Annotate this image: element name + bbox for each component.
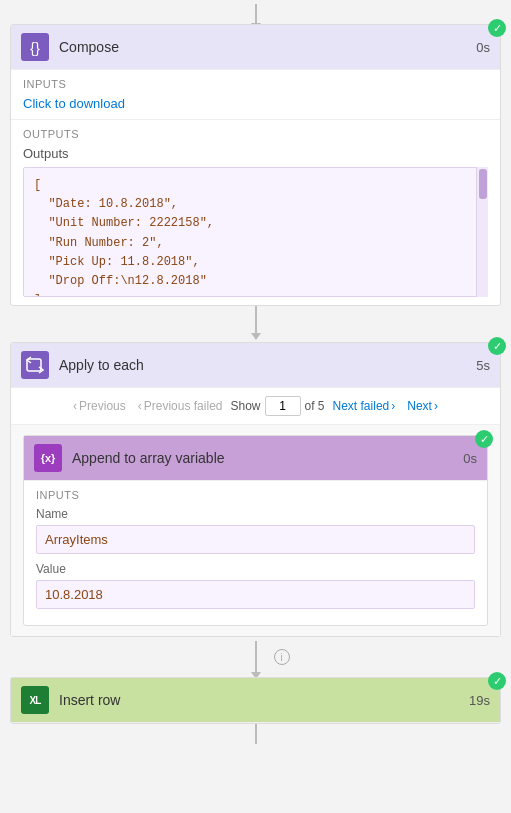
append-card: ✓ {x} Append to array variable 0s INPUTS… bbox=[23, 435, 488, 626]
compose-title: Compose bbox=[59, 39, 476, 55]
info-icon[interactable]: i bbox=[274, 649, 290, 665]
append-checkmark-icon: ✓ bbox=[480, 433, 489, 446]
append-value-label: Value bbox=[36, 562, 475, 576]
apply-body: ✓ {x} Append to array variable 0s INPUTS… bbox=[11, 425, 500, 636]
show-label: Show bbox=[230, 399, 260, 413]
insert-icon-text: XL bbox=[30, 695, 41, 706]
compose-status-badge: ✓ bbox=[488, 19, 506, 37]
apply-status-badge: ✓ bbox=[488, 337, 506, 355]
append-inputs-section: INPUTS Name ArrayItems Value 10.8.2018 bbox=[24, 481, 487, 625]
append-name-value: ArrayItems bbox=[36, 525, 475, 554]
apply-header[interactable]: Apply to each 5s bbox=[11, 343, 500, 388]
append-value-group: Value 10.8.2018 bbox=[36, 562, 475, 609]
apply-duration: 5s bbox=[476, 358, 490, 373]
append-inputs-label: INPUTS bbox=[36, 489, 475, 501]
checkmark-icon: ✓ bbox=[493, 22, 502, 35]
compose-outputs-sublabel: Outputs bbox=[23, 146, 488, 161]
repeat-icon bbox=[26, 356, 44, 374]
insert-icon: XL bbox=[21, 686, 49, 714]
pagination-bar: ‹ Previous ‹ Previous failed Show of 5 N… bbox=[11, 388, 500, 425]
chevron-left-icon: ‹ bbox=[73, 399, 77, 413]
compose-json-text: [ "Date: 10.8.2018", "Unit Number: 22221… bbox=[34, 176, 477, 297]
compose-outputs-label: OUTPUTS bbox=[23, 128, 488, 140]
insert-status-badge: ✓ bbox=[488, 672, 506, 690]
insert-card: ✓ XL Insert row 19s bbox=[10, 677, 501, 724]
compose-outputs-section: OUTPUTS Outputs [ "Date: 10.8.2018", "Un… bbox=[11, 120, 500, 305]
of-label: of 5 bbox=[305, 399, 325, 413]
chevron-right-next-icon: › bbox=[434, 399, 438, 413]
append-value-value: 10.8.2018 bbox=[36, 580, 475, 609]
compose-card: ✓ {} Compose 0s INPUTS Click to download… bbox=[10, 24, 501, 306]
apply-title: Apply to each bbox=[59, 357, 476, 373]
compose-inputs-label: INPUTS bbox=[23, 78, 488, 90]
append-name-group: Name ArrayItems bbox=[36, 507, 475, 554]
apply-icon bbox=[21, 351, 49, 379]
previous-failed-button[interactable]: ‹ Previous failed bbox=[134, 397, 227, 415]
append-name-label: Name bbox=[36, 507, 475, 521]
previous-button[interactable]: ‹ Previous bbox=[69, 397, 130, 415]
compose-scrollbar[interactable] bbox=[476, 167, 488, 297]
apply-checkmark-icon: ✓ bbox=[493, 340, 502, 353]
compose-icon: {} bbox=[21, 33, 49, 61]
insert-duration: 19s bbox=[469, 693, 490, 708]
compose-scroll-thumb bbox=[479, 169, 487, 199]
append-icon-text: {x} bbox=[41, 452, 56, 464]
chevron-right-next-failed-icon: › bbox=[391, 399, 395, 413]
append-duration: 0s bbox=[463, 451, 477, 466]
compose-duration: 0s bbox=[476, 40, 490, 55]
page-number-input[interactable] bbox=[265, 396, 301, 416]
insert-header[interactable]: XL Insert row 19s bbox=[11, 678, 500, 723]
next-button[interactable]: Next › bbox=[403, 397, 442, 415]
compose-inputs-section: INPUTS Click to download bbox=[11, 70, 500, 120]
append-title: Append to array variable bbox=[72, 450, 463, 466]
compose-inputs-link[interactable]: Click to download bbox=[23, 96, 125, 111]
apply-card: ✓ Apply to each 5s ‹ Previous ‹ Previous… bbox=[10, 342, 501, 637]
insert-checkmark-icon: ✓ bbox=[493, 675, 502, 688]
compose-header[interactable]: {} Compose 0s bbox=[11, 25, 500, 70]
append-icon: {x} bbox=[34, 444, 62, 472]
insert-title: Insert row bbox=[59, 692, 469, 708]
compose-json-output: [ "Date: 10.8.2018", "Unit Number: 22221… bbox=[23, 167, 488, 297]
next-failed-button[interactable]: Next failed › bbox=[329, 397, 400, 415]
append-status-badge: ✓ bbox=[475, 430, 493, 448]
append-header[interactable]: {x} Append to array variable 0s bbox=[24, 436, 487, 481]
chevron-left-prev-failed-icon: ‹ bbox=[138, 399, 142, 413]
